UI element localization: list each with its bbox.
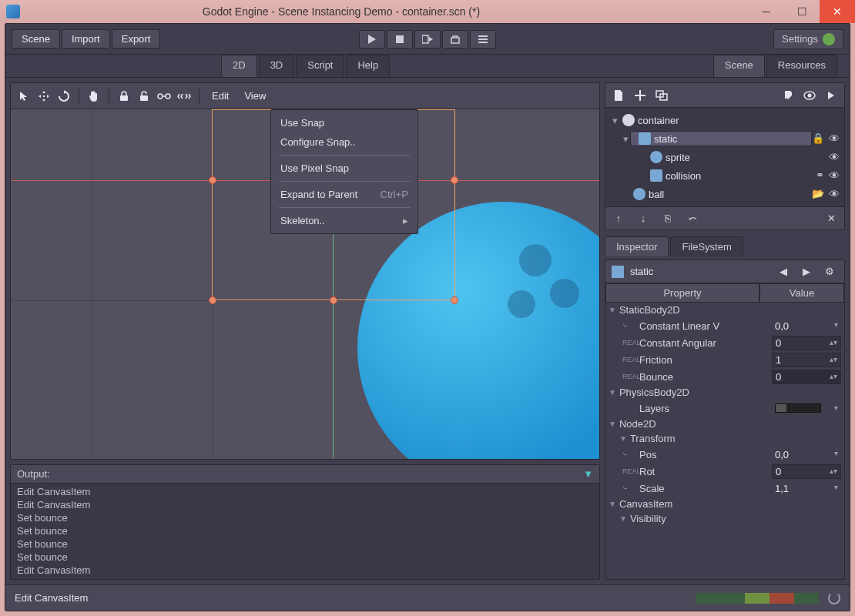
bounce-input[interactable]: 0▴▾ xyxy=(772,370,841,384)
play-button[interactable] xyxy=(359,30,385,49)
debug-options-button[interactable] xyxy=(470,30,496,49)
inspector-col-value: Value xyxy=(759,283,844,303)
tree-node-container[interactable]: ▾ container xyxy=(607,111,843,129)
collapse-icon[interactable] xyxy=(823,87,840,104)
move-up-icon[interactable]: ↑ xyxy=(610,210,627,227)
tree-node-ball[interactable]: ball 📂👁 xyxy=(607,185,843,203)
minimize-button[interactable]: ─ xyxy=(749,0,784,23)
menu-expand-to-parent[interactable]: Expand to ParentCtrl+P xyxy=(271,185,417,204)
group-icon[interactable] xyxy=(156,88,173,105)
tree-node-sprite[interactable]: sprite 👁 xyxy=(607,148,843,166)
maximize-button[interactable]: ☐ xyxy=(784,0,820,23)
export-menu-button[interactable]: Export xyxy=(112,29,161,49)
scene-tree: ▾ container ▾ static 🔒👁 xyxy=(605,108,844,206)
editor-window: Scene Import Export Settings 2D 3D Scrip… xyxy=(5,23,850,611)
topbar: Scene Import Export Settings xyxy=(5,24,850,55)
tab-2d[interactable]: 2D xyxy=(221,55,257,77)
settings-button[interactable]: Settings xyxy=(773,29,843,49)
eye-icon[interactable]: 👁 xyxy=(829,169,840,182)
svg-rect-3 xyxy=(478,38,488,40)
rot-input[interactable]: 0▴▾ xyxy=(772,464,841,479)
tab-3d[interactable]: 3D xyxy=(259,55,295,77)
tab-script[interactable]: Script xyxy=(296,55,344,77)
history-back-icon[interactable]: ◀ xyxy=(775,263,792,280)
rotate-tool-icon[interactable] xyxy=(55,88,72,105)
eye-icon[interactable]: 👁 xyxy=(829,132,840,145)
move-down-icon[interactable]: ↓ xyxy=(635,210,652,227)
new-scene-icon[interactable] xyxy=(610,87,627,104)
eye-icon[interactable]: 👁 xyxy=(829,188,840,200)
svg-point-13 xyxy=(808,93,812,97)
history-fwd-icon[interactable]: ▶ xyxy=(798,263,815,280)
viewport-panel: Edit View xyxy=(10,82,600,460)
menu-configure-snap[interactable]: Configure Snap.. xyxy=(271,132,417,152)
svg-rect-6 xyxy=(140,95,148,101)
tab-inspector[interactable]: Inspector xyxy=(605,236,669,256)
visibility-toggle-icon[interactable] xyxy=(801,87,818,104)
lock-icon[interactable]: 🔒 xyxy=(812,132,824,145)
constant-angular-input[interactable]: 0▴▾ xyxy=(772,336,841,350)
menu-skeleton[interactable]: Skeleton..▸ xyxy=(271,211,417,230)
move-tool-icon[interactable] xyxy=(35,88,52,105)
menu-use-pixel-snap[interactable]: Use Pixel Snap xyxy=(271,159,417,178)
output-title: Output: xyxy=(17,468,50,480)
menu-use-snap[interactable]: Use Snap xyxy=(271,113,417,132)
inspector-col-property: Property xyxy=(605,283,759,303)
script-icon[interactable] xyxy=(780,87,796,104)
link-icon[interactable]: ⚭ xyxy=(816,169,824,182)
close-button[interactable]: ✕ xyxy=(820,0,855,23)
tree-node-static[interactable]: ▾ static 🔒👁 xyxy=(607,129,843,148)
instance-icon[interactable] xyxy=(653,87,670,104)
add-node-icon[interactable] xyxy=(632,87,649,104)
settings-label: Settings xyxy=(782,33,818,45)
output-panel: Output: ▼ Edit CanvasItem Edit CanvasIte… xyxy=(10,464,600,580)
reparent-icon[interactable]: ⤺ xyxy=(684,210,701,227)
output-collapse-icon[interactable]: ▼ xyxy=(583,468,593,480)
pan-tool-icon[interactable] xyxy=(86,88,102,105)
import-menu-button[interactable]: Import xyxy=(62,29,110,49)
tab-resources[interactable]: Resources xyxy=(766,55,837,77)
play-custom-button[interactable] xyxy=(442,30,468,49)
collision-icon xyxy=(650,169,662,182)
eye-icon[interactable]: 👁 xyxy=(829,151,840,163)
status-text: Edit CanvasItem xyxy=(15,592,88,604)
inspector-panel: static ◀ ▶ ⚙ Property Value ▼StaticBody2… xyxy=(605,259,845,580)
inspector-node-icon xyxy=(612,266,624,278)
svg-point-7 xyxy=(158,94,163,99)
lock-icon[interactable] xyxy=(116,88,132,105)
mode-tabs-row: 2D 3D Script Help Scene Resources xyxy=(5,55,850,78)
unlock-icon[interactable] xyxy=(136,88,153,105)
titlebar: Godot Engine - Scene Instancing Demo - c… xyxy=(0,0,855,23)
tab-scene[interactable]: Scene xyxy=(713,55,765,77)
canvas-viewport[interactable]: Use Snap Configure Snap.. Use Pixel Snap… xyxy=(11,109,599,459)
play-scene-button[interactable] xyxy=(414,30,441,49)
svg-rect-0 xyxy=(396,35,404,43)
svg-rect-5 xyxy=(120,95,128,101)
edit-menu-button[interactable]: Edit xyxy=(206,90,235,102)
spinner-icon xyxy=(828,592,840,604)
svg-point-8 xyxy=(166,94,170,99)
scene-tree-panel: ▾ container ▾ static 🔒👁 xyxy=(605,82,845,230)
statusbar: Edit CanvasItem xyxy=(5,584,850,611)
tree-node-collision[interactable]: collision ⚭👁 xyxy=(607,166,843,185)
edit-menu-popup: Use Snap Configure Snap.. Use Pixel Snap… xyxy=(270,109,418,234)
open-scene-icon[interactable]: 📂 xyxy=(812,188,824,200)
output-body: Edit CanvasItem Edit CanvasItem Set boun… xyxy=(11,484,599,579)
stop-button[interactable] xyxy=(387,30,413,49)
layers-input[interactable]: ▾ xyxy=(772,403,841,413)
ungroup-icon[interactable] xyxy=(176,88,193,105)
delete-node-icon[interactable]: ✕ xyxy=(823,210,840,227)
svg-rect-1 xyxy=(422,35,428,43)
duplicate-icon[interactable]: ⎘ xyxy=(659,210,676,227)
inspector-node-name: static xyxy=(630,266,653,277)
friction-input[interactable]: 1▴▾ xyxy=(772,353,841,367)
view-menu-button[interactable]: View xyxy=(238,90,272,102)
sprite-icon xyxy=(650,151,662,163)
scene-menu-button[interactable]: Scene xyxy=(12,29,60,49)
select-tool-icon[interactable] xyxy=(15,88,32,105)
gear-icon[interactable]: ⚙ xyxy=(821,263,838,280)
tab-help[interactable]: Help xyxy=(346,55,390,77)
tab-filesystem[interactable]: FileSystem xyxy=(670,236,743,256)
update-indicator-icon xyxy=(823,33,835,45)
rigidbody-icon xyxy=(633,188,645,200)
